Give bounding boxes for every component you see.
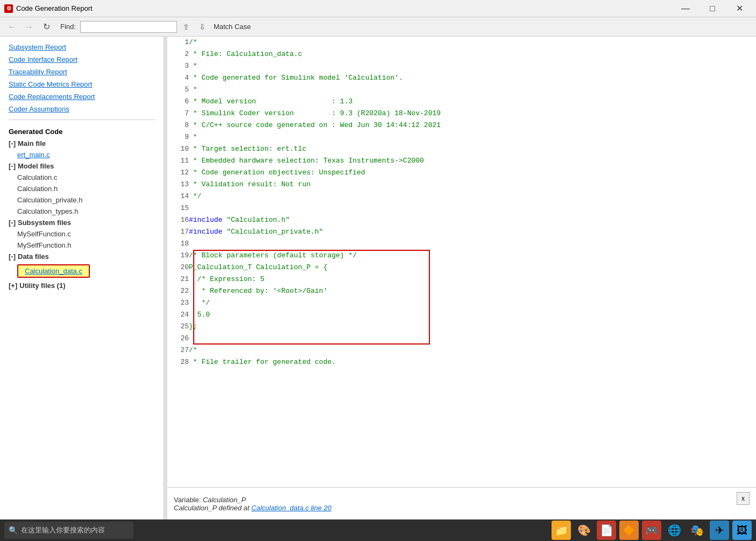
line-number-19: 19 [167,250,189,262]
subsystem-file-myselfh: MySelfFunction.h [0,240,164,251]
forward-button[interactable]: → [22,19,37,34]
window-controls: — □ ✕ [673,0,752,17]
code-line-28: 28 * File trailer for generated code. [167,356,756,368]
main-file-section[interactable]: [-] Main file [0,138,164,149]
taskbar-acrobat[interactable]: 📄 [597,521,616,540]
calc-data-link[interactable]: Calculation_data.c [25,267,82,275]
taskbar: 🔍 在这里输入你要搜索的内容 📁 🎨 📄 🔶 🎮 🌐 🎭 ✈ 🖼 [0,519,756,541]
taskbar-file-manager[interactable]: 📁 [552,521,571,540]
line-number-5: 5 [167,84,189,96]
find-prev-button[interactable]: ⇧ [179,20,193,34]
line-number-12: 12 [167,167,189,179]
sidebar-link-static-code-metrics[interactable]: Static Code Metrics Report [0,78,164,90]
line-code-8: * C/C++ source code generated on : Wed J… [189,120,756,131]
code-scroll[interactable]: 1/*2 * File: Calculation_data.c3 *4 * Co… [167,37,756,487]
app-icon: ⚙ [4,4,13,13]
line-number-26: 26 [167,333,189,345]
taskbar-photos[interactable]: 🖼 [732,521,752,540]
line-number-13: 13 [167,179,189,191]
code-line-27: 27/* [167,345,756,356]
utility-files-section[interactable]: [+] Utility files (1) [0,280,164,291]
sidebar-link-code-interface-report[interactable]: Code Interface Report [0,53,164,66]
line-code-19: /* Block parameters (default storage) */ [189,250,756,262]
line-code-28: * File trailer for generated code. [189,356,756,368]
ert-main-link[interactable]: ert_main.c [17,151,50,159]
line-number-2: 2 [167,48,189,60]
definition-text: Calculation_P defined at [174,504,251,512]
variable-label: Variable: [174,496,203,504]
line-number-16: 16 [167,214,189,226]
definition-link[interactable]: Calculation_data.c line 20 [251,504,331,512]
main-layout: Subsystem Report Code Interface Report T… [0,37,756,519]
title-bar-left: ⚙ Code Generation Report [4,4,93,13]
code-line-18: 18 [167,238,756,250]
line-code-12: * Code generation objectives: Unspecifie… [189,167,756,179]
info-close-button[interactable]: x [737,492,750,505]
code-line-25: 25}; [167,321,756,333]
model-files-label: Model files [18,162,54,170]
code-line-20: 20P_Calculation_T Calculation_P = { [167,262,756,273]
data-files-section[interactable]: [-] Data files [0,251,164,262]
sidebar-link-subsystem-report[interactable]: Subsystem Report [0,41,164,53]
code-line-14: 14 */ [167,191,756,202]
myselfh-name[interactable]: MySelfFunction.h [17,241,71,249]
maximize-button[interactable]: □ [700,0,725,17]
model-files-expand-icon: [-] [9,162,16,170]
model-files-section[interactable]: [-] Model files [0,160,164,172]
model-file-calc-private-h-name[interactable]: Calculation_private.h [17,196,82,204]
minimize-button[interactable]: — [673,0,698,17]
line-number-28: 28 [167,356,189,368]
find-input[interactable] [80,21,177,33]
model-file-calc-h-name[interactable]: Calculation.h [17,185,58,193]
code-line-1: 1/* [167,37,756,48]
taskbar-search[interactable]: 🔍 在这里输入你要搜索的内容 [4,522,133,539]
taskbar-chrome[interactable]: 🌐 [665,521,684,540]
sidebar-link-traceability-report[interactable]: Traceability Report [0,66,164,78]
calc-data-highlight: Calculation_data.c [17,264,90,278]
taskbar-app8[interactable]: ✈ [710,521,729,540]
code-line-16: 16#include "Calculation.h" [167,214,756,226]
code-line-7: 7 * Simulink Coder version : 9.3 (R2020a… [167,108,756,120]
code-line-22: 22 * Referenced by: '<Root>/Gain' [167,285,756,297]
myselfc-name[interactable]: MySelfFunction.c [17,230,71,238]
code-line-9: 9 * [167,131,756,143]
model-file-calc-types-h-name[interactable]: Calculation_types.h [17,207,78,215]
sidebar-link-coder-assumptions[interactable]: Coder Assumptions [0,103,164,115]
subsystem-files-section[interactable]: [-] Subsystem files [0,217,164,228]
model-file-calc-h: Calculation.h [0,183,164,194]
line-number-10: 10 [167,143,189,155]
model-file-calc-c-name[interactable]: Calculation.c [17,173,57,181]
taskbar-icons: 📁 🎨 📄 🔶 🎮 🌐 🎭 ✈ 🖼 [552,521,752,540]
line-code-2: * File: Calculation_data.c [189,48,756,60]
code-line-6: 6 * Model version : 1.3 [167,96,756,108]
main-file-item-ert: ert_main.c [0,149,164,160]
code-line-4: 4 * Code generated for Simulink model 'C… [167,72,756,84]
find-next-button[interactable]: ⇩ [195,20,209,34]
code-line-5: 5 * [167,84,756,96]
code-line-21: 21 /* Expression: 5 [167,273,756,285]
taskbar-app7[interactable]: 🎭 [687,521,706,540]
line-number-18: 18 [167,238,189,250]
line-number-11: 11 [167,155,189,167]
line-number-25: 25 [167,321,189,333]
code-line-13: 13 * Validation result: Not run [167,179,756,191]
refresh-button[interactable]: ↻ [39,19,54,34]
line-code-15 [189,202,756,214]
code-line-12: 12 * Code generation objectives: Unspeci… [167,167,756,179]
line-number-27: 27 [167,345,189,356]
model-file-calc-types-h: Calculation_types.h [0,206,164,217]
line-number-21: 21 [167,273,189,285]
code-area: 1/*2 * File: Calculation_data.c3 *4 * Co… [167,37,756,519]
info-bar: x Variable: Calculation_P Calculation_P … [167,487,756,519]
taskbar-app5[interactable]: 🎮 [642,521,661,540]
back-button[interactable]: ← [4,19,19,34]
taskbar-matlab[interactable]: 🔶 [619,521,639,540]
close-button[interactable]: ✕ [727,0,752,17]
line-code-18 [189,238,756,250]
variable-name: Calculation_P [203,496,246,504]
subsystem-file-myselfc: MySelfFunction.c [0,228,164,240]
sidebar-link-code-replacements[interactable]: Code Replacements Report [0,90,164,103]
taskbar-paint[interactable]: 🎨 [574,521,594,540]
window-title: Code Generation Report [16,4,93,12]
subsystem-files-expand-icon: [-] [9,219,16,227]
